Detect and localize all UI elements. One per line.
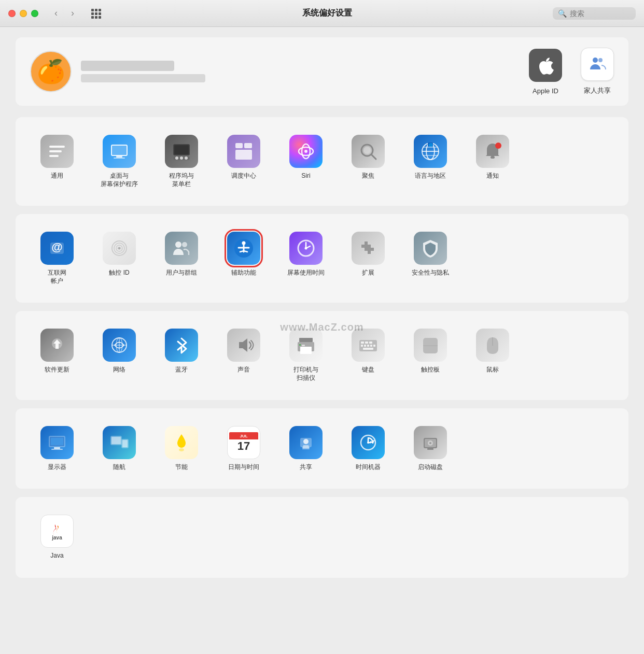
pref-item-sound[interactable]: 声音: [213, 321, 275, 389]
sound-label: 声音: [237, 366, 250, 374]
energy-icon: [165, 426, 198, 459]
search-input[interactable]: [570, 9, 627, 18]
section-accounts: @ 互联网帐户 触控 ID: [16, 214, 628, 303]
pref-item-siri[interactable]: Siri: [275, 127, 337, 195]
traffic-lights: [8, 10, 38, 17]
pref-item-printer[interactable]: 打印机与扫描仪: [275, 321, 337, 389]
pref-item-dock[interactable]: 程序坞与菜单栏: [150, 127, 213, 195]
svg-rect-4: [95, 12, 97, 15]
timemachine-label: 时间机器: [356, 463, 381, 472]
svg-rect-76: [373, 345, 375, 347]
pref-item-mission[interactable]: 调度中心: [213, 127, 275, 195]
pref-item-general[interactable]: 通用: [26, 127, 88, 195]
back-button[interactable]: ‹: [49, 6, 63, 21]
keyboard-label: 键盘: [362, 366, 374, 374]
svg-rect-65: [300, 347, 312, 354]
grid-icon[interactable]: [90, 8, 102, 19]
svg-point-21: [175, 157, 178, 160]
svg-rect-66: [302, 345, 305, 346]
window-title: 系统偏好设置: [108, 8, 547, 19]
internet-label: 互联网帐户: [48, 269, 66, 285]
pref-item-network[interactable]: 网络: [88, 321, 150, 389]
pref-item-sidecar[interactable]: 随航: [88, 419, 150, 479]
datetime-icon: JUL 17: [227, 426, 260, 459]
svg-rect-2: [99, 9, 101, 11]
pref-item-bluetooth[interactable]: 蓝牙: [150, 321, 213, 389]
close-button[interactable]: [8, 10, 16, 17]
svg-rect-83: [54, 447, 60, 449]
pref-item-timemachine[interactable]: 时间机器: [337, 419, 399, 479]
pref-item-sharing[interactable]: 共享: [275, 419, 337, 479]
svg-point-9: [593, 58, 598, 63]
apple-id-button[interactable]: Apple ID: [529, 49, 562, 95]
svg-point-51: [242, 241, 246, 245]
printer-icon: [289, 329, 323, 362]
pref-item-desktop[interactable]: 桌面与屏幕保护程序: [88, 127, 150, 195]
svg-rect-77: [363, 348, 373, 350]
family-sharing-label: 家人共享: [584, 86, 611, 95]
pref-item-spotlight[interactable]: 聚焦: [337, 127, 399, 195]
network-icon: [103, 329, 136, 362]
pref-item-security[interactable]: 安全性与隐私: [399, 224, 461, 292]
search-icon: 🔍: [558, 9, 567, 18]
java-icon: java: [40, 515, 74, 548]
svg-rect-8: [99, 16, 101, 19]
user-name-blurred: [81, 61, 174, 71]
display-label: 显示器: [48, 463, 66, 472]
pref-item-keyboard[interactable]: 键盘: [337, 321, 399, 389]
sharing-label: 共享: [300, 463, 312, 472]
forward-button[interactable]: ›: [65, 6, 80, 21]
general-icon: [40, 135, 74, 168]
svg-rect-69: [361, 342, 364, 344]
display-icon: [40, 426, 74, 459]
pref-item-users[interactable]: 用户与群组: [150, 224, 213, 292]
pref-item-accessibility[interactable]: 辅助功能: [213, 224, 275, 292]
software-icon: [40, 329, 74, 362]
pref-item-java[interactable]: java Java: [26, 507, 88, 567]
minimize-button[interactable]: [20, 10, 27, 17]
pref-item-lang[interactable]: 🌐 语言与地区: [399, 127, 461, 195]
svg-point-41: [495, 143, 501, 149]
svg-rect-73: [364, 345, 366, 347]
svg-rect-17: [114, 158, 125, 159]
pref-item-trackpad[interactable]: 触控板: [399, 321, 461, 389]
svg-point-100: [429, 442, 431, 444]
datetime-label: 日期与时间: [228, 463, 259, 472]
pref-item-startup[interactable]: 启动磁盘: [399, 419, 461, 479]
section-display: 显示器 随航: [16, 408, 628, 489]
apple-id-label: Apple ID: [533, 87, 558, 95]
pref-item-screentime[interactable]: 屏幕使用时间: [275, 224, 337, 292]
maximize-button[interactable]: [31, 10, 38, 17]
svg-rect-1: [95, 9, 97, 11]
svg-point-57: [305, 247, 307, 250]
security-icon: [414, 232, 447, 265]
pref-item-touch[interactable]: 触控 ID: [88, 224, 150, 292]
pref-item-software[interactable]: 软件更新: [26, 321, 88, 389]
trackpad-icon: [414, 329, 447, 362]
siri-icon: [289, 135, 323, 168]
avatar[interactable]: 🍊: [30, 51, 72, 92]
pref-item-display[interactable]: 显示器: [26, 419, 88, 479]
svg-rect-72: [361, 345, 363, 347]
svg-point-92: [303, 439, 309, 444]
pref-item-notif[interactable]: 通知: [461, 127, 524, 195]
pref-item-mouse[interactable]: 鼠标: [461, 321, 524, 389]
users-label: 用户与群组: [166, 269, 197, 277]
pref-item-internet[interactable]: @ 互联网帐户: [26, 224, 88, 292]
pref-item-datetime[interactable]: JUL 17 日期与时间: [213, 419, 275, 479]
svg-rect-13: [49, 155, 59, 157]
svg-rect-71: [369, 342, 372, 344]
search-box[interactable]: 🔍: [553, 7, 636, 20]
pref-item-energy[interactable]: 节能: [150, 419, 213, 479]
profile-right: Apple ID 家人共享: [529, 48, 614, 95]
printer-label: 打印机与扫描仪: [293, 366, 318, 382]
section-bottom: java Java: [16, 497, 628, 578]
security-label: 安全性与隐私: [412, 269, 449, 277]
section-general: 通用 桌面与屏幕保护程序: [16, 117, 628, 206]
notif-label: 通知: [486, 172, 499, 180]
svg-point-10: [598, 58, 603, 62]
dock-icon: [165, 135, 198, 168]
software-label: 软件更新: [45, 366, 69, 374]
family-sharing-button[interactable]: 家人共享: [581, 48, 614, 95]
pref-item-extensions[interactable]: 扩展: [337, 224, 399, 292]
